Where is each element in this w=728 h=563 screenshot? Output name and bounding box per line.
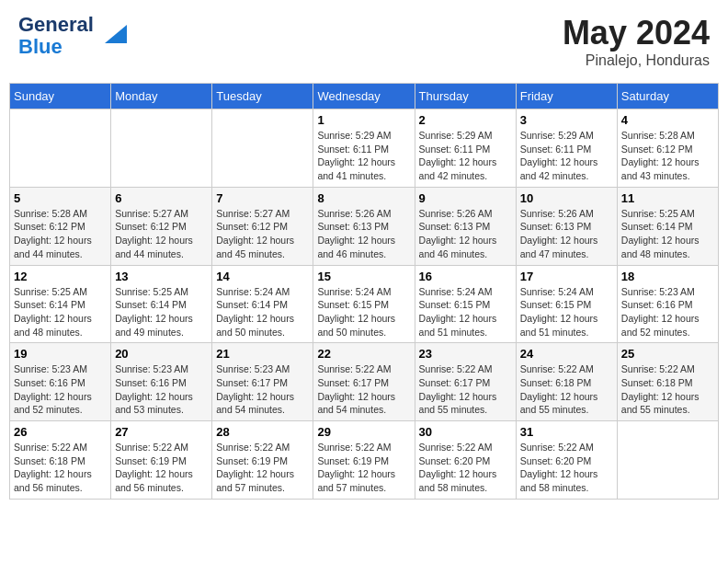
daylight-text: Daylight: 12 hours and 42 minutes. [520, 156, 598, 181]
calendar-cell: 27Sunrise: 5:22 AMSunset: 6:19 PMDayligh… [111, 421, 212, 500]
daylight-text: Daylight: 12 hours and 49 minutes. [115, 313, 193, 338]
calendar-cell: 14Sunrise: 5:24 AMSunset: 6:14 PMDayligh… [212, 265, 313, 343]
day-info: Sunrise: 5:22 AMSunset: 6:19 PMDaylight:… [115, 441, 208, 495]
day-number: 31 [520, 425, 613, 439]
logo-icon [97, 17, 127, 47]
calendar-cell: 16Sunrise: 5:24 AMSunset: 6:15 PMDayligh… [415, 265, 516, 343]
sunset-text: Sunset: 6:17 PM [317, 377, 389, 388]
sunrise-text: Sunrise: 5:22 AM [115, 442, 188, 453]
day-number: 1 [317, 113, 410, 127]
sunrise-text: Sunrise: 5:22 AM [317, 363, 391, 374]
daylight-text: Daylight: 12 hours and 41 minutes. [317, 156, 395, 181]
sunset-text: Sunset: 6:14 PM [115, 299, 187, 310]
header-saturday: Saturday [617, 84, 718, 109]
day-number: 3 [520, 113, 613, 127]
day-info: Sunrise: 5:22 AMSunset: 6:19 PMDaylight:… [216, 441, 309, 495]
sunset-text: Sunset: 6:12 PM [621, 144, 693, 155]
calendar-cell: 20Sunrise: 5:23 AMSunset: 6:16 PMDayligh… [111, 343, 212, 421]
day-number: 28 [216, 425, 309, 439]
calendar-cell: 24Sunrise: 5:22 AMSunset: 6:18 PMDayligh… [516, 343, 617, 421]
day-number: 12 [14, 270, 107, 283]
header-friday: Friday [516, 84, 617, 109]
day-number: 17 [520, 270, 613, 283]
daylight-text: Daylight: 12 hours and 42 minutes. [419, 156, 497, 181]
day-number: 14 [216, 270, 309, 283]
day-info: Sunrise: 5:26 AMSunset: 6:13 PMDaylight:… [317, 207, 410, 261]
sunset-text: Sunset: 6:12 PM [115, 221, 187, 232]
day-number: 27 [115, 425, 208, 439]
daylight-text: Daylight: 12 hours and 51 minutes. [520, 313, 598, 338]
day-number: 25 [621, 347, 714, 361]
day-number: 13 [115, 270, 208, 283]
sunrise-text: Sunrise: 5:22 AM [419, 363, 493, 374]
day-info: Sunrise: 5:23 AMSunset: 6:16 PMDaylight:… [14, 362, 107, 417]
sunset-text: Sunset: 6:13 PM [317, 221, 389, 232]
sunrise-text: Sunrise: 5:29 AM [317, 130, 391, 141]
day-info: Sunrise: 5:29 AMSunset: 6:11 PMDaylight:… [419, 129, 512, 183]
day-number: 21 [216, 347, 309, 361]
header-tuesday: Tuesday [212, 84, 313, 109]
day-info: Sunrise: 5:23 AMSunset: 6:16 PMDaylight:… [621, 285, 714, 339]
day-info: Sunrise: 5:22 AMSunset: 6:20 PMDaylight:… [419, 441, 512, 495]
sunset-text: Sunset: 6:15 PM [317, 299, 389, 310]
daylight-text: Daylight: 12 hours and 48 minutes. [14, 313, 92, 338]
day-info: Sunrise: 5:22 AMSunset: 6:17 PMDaylight:… [419, 362, 512, 417]
sunset-text: Sunset: 6:17 PM [419, 377, 491, 388]
day-number: 10 [520, 191, 613, 205]
sunrise-text: Sunrise: 5:24 AM [216, 286, 290, 297]
day-number: 2 [419, 113, 512, 127]
calendar-cell: 15Sunrise: 5:24 AMSunset: 6:15 PMDayligh… [313, 265, 415, 343]
sunrise-text: Sunrise: 5:26 AM [317, 208, 391, 219]
sunset-text: Sunset: 6:14 PM [216, 299, 288, 310]
svg-marker-0 [105, 25, 127, 43]
header-sunday: Sunday [10, 84, 111, 109]
calendar-cell: 18Sunrise: 5:23 AMSunset: 6:16 PMDayligh… [617, 265, 718, 343]
day-number: 15 [317, 270, 410, 283]
calendar-table: Sunday Monday Tuesday Wednesday Thursday… [9, 83, 719, 500]
daylight-text: Daylight: 12 hours and 44 minutes. [115, 235, 193, 259]
daylight-text: Daylight: 12 hours and 46 minutes. [419, 235, 497, 259]
sunset-text: Sunset: 6:19 PM [115, 455, 187, 466]
day-info: Sunrise: 5:25 AMSunset: 6:14 PMDaylight:… [621, 207, 714, 261]
sunset-text: Sunset: 6:14 PM [621, 221, 693, 232]
daylight-text: Daylight: 12 hours and 56 minutes. [115, 468, 193, 493]
sunset-text: Sunset: 6:20 PM [520, 455, 592, 466]
sunrise-text: Sunrise: 5:23 AM [621, 286, 695, 297]
month-year-title: May 2024 [563, 14, 710, 52]
sunset-text: Sunset: 6:18 PM [621, 377, 693, 388]
sunrise-text: Sunrise: 5:23 AM [115, 363, 188, 374]
calendar-cell [10, 109, 111, 188]
calendar-cell: 8Sunrise: 5:26 AMSunset: 6:13 PMDaylight… [313, 187, 415, 265]
day-info: Sunrise: 5:24 AMSunset: 6:15 PMDaylight:… [317, 285, 410, 339]
sunrise-text: Sunrise: 5:24 AM [419, 286, 493, 297]
calendar-week-row: 5Sunrise: 5:28 AMSunset: 6:12 PMDaylight… [10, 187, 719, 265]
sunrise-text: Sunrise: 5:28 AM [14, 208, 87, 219]
day-info: Sunrise: 5:22 AMSunset: 6:18 PMDaylight:… [14, 441, 107, 495]
sunrise-text: Sunrise: 5:26 AM [520, 208, 594, 219]
sunrise-text: Sunrise: 5:22 AM [216, 442, 290, 453]
day-info: Sunrise: 5:24 AMSunset: 6:14 PMDaylight:… [216, 285, 309, 339]
day-number: 8 [317, 191, 410, 205]
sunset-text: Sunset: 6:12 PM [216, 221, 288, 232]
sunset-text: Sunset: 6:19 PM [317, 455, 389, 466]
daylight-text: Daylight: 12 hours and 44 minutes. [14, 235, 92, 259]
sunset-text: Sunset: 6:15 PM [520, 299, 592, 310]
daylight-text: Daylight: 12 hours and 52 minutes. [14, 391, 92, 416]
day-info: Sunrise: 5:22 AMSunset: 6:20 PMDaylight:… [520, 441, 613, 495]
sunrise-text: Sunrise: 5:23 AM [14, 363, 87, 374]
sunrise-text: Sunrise: 5:26 AM [419, 208, 493, 219]
sunset-text: Sunset: 6:11 PM [520, 144, 592, 155]
daylight-text: Daylight: 12 hours and 55 minutes. [621, 391, 700, 416]
daylight-text: Daylight: 12 hours and 50 minutes. [216, 313, 294, 338]
day-number: 16 [419, 270, 512, 283]
calendar-cell [617, 421, 718, 500]
daylight-text: Daylight: 12 hours and 48 minutes. [621, 235, 700, 259]
day-number: 6 [115, 191, 208, 205]
sunset-text: Sunset: 6:18 PM [14, 455, 85, 466]
daylight-text: Daylight: 12 hours and 52 minutes. [621, 313, 700, 338]
sunset-text: Sunset: 6:17 PM [216, 377, 288, 388]
day-info: Sunrise: 5:22 AMSunset: 6:18 PMDaylight:… [520, 362, 613, 417]
sunset-text: Sunset: 6:11 PM [317, 144, 389, 155]
sunset-text: Sunset: 6:19 PM [216, 455, 288, 466]
calendar-cell: 4Sunrise: 5:28 AMSunset: 6:12 PMDaylight… [617, 109, 718, 188]
